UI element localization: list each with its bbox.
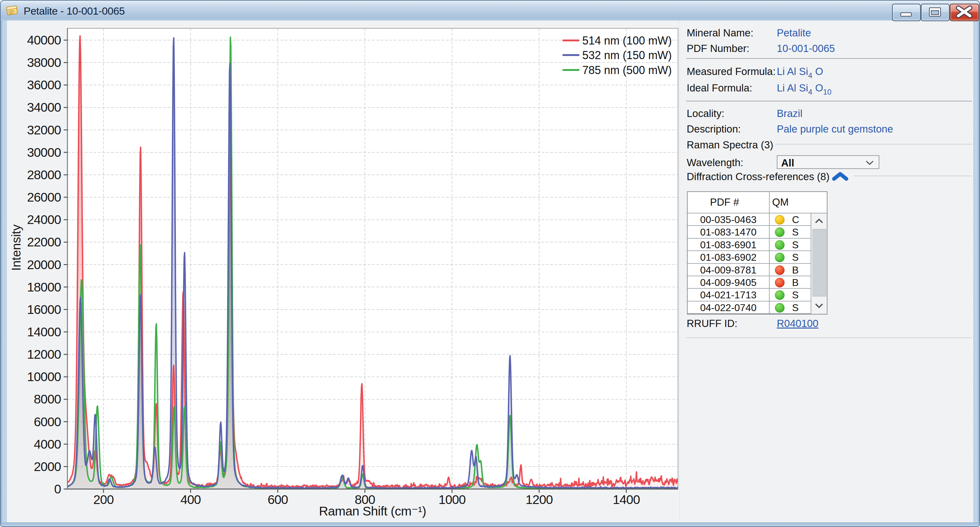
- svg-text:200: 200: [93, 492, 114, 507]
- svg-text:532 nm (150 mW): 532 nm (150 mW): [582, 49, 672, 62]
- svg-text:Raman Shift (cm⁻¹): Raman Shift (cm⁻¹): [319, 504, 426, 518]
- svg-text:40000: 40000: [27, 33, 61, 47]
- svg-text:600: 600: [267, 492, 288, 507]
- svg-text:36000: 36000: [27, 78, 61, 92]
- svg-text:2000: 2000: [34, 460, 61, 474]
- svg-text:24000: 24000: [27, 212, 61, 227]
- svg-text:Intensity: Intensity: [10, 225, 23, 271]
- svg-text:514 nm (100 mW): 514 nm (100 mW): [582, 34, 672, 47]
- svg-text:0: 0: [54, 482, 61, 496]
- svg-text:22000: 22000: [27, 235, 61, 249]
- svg-text:30000: 30000: [27, 145, 61, 160]
- svg-text:26000: 26000: [27, 190, 61, 204]
- svg-text:6000: 6000: [34, 415, 61, 429]
- svg-text:32000: 32000: [27, 123, 61, 137]
- svg-text:20000: 20000: [27, 257, 61, 272]
- svg-text:18000: 18000: [27, 280, 61, 294]
- svg-text:34000: 34000: [27, 100, 61, 115]
- svg-text:14000: 14000: [27, 325, 61, 339]
- svg-text:1000: 1000: [438, 492, 465, 507]
- svg-text:4000: 4000: [34, 437, 61, 451]
- svg-text:38000: 38000: [27, 55, 61, 70]
- svg-text:1400: 1400: [613, 492, 640, 507]
- svg-text:785 nm (500 mW): 785 nm (500 mW): [582, 64, 672, 77]
- svg-text:28000: 28000: [27, 168, 61, 182]
- svg-text:400: 400: [181, 492, 201, 507]
- svg-text:16000: 16000: [27, 302, 61, 317]
- svg-text:8000: 8000: [34, 392, 61, 406]
- svg-text:1200: 1200: [526, 492, 553, 507]
- svg-text:10000: 10000: [27, 370, 61, 384]
- svg-text:12000: 12000: [27, 347, 61, 361]
